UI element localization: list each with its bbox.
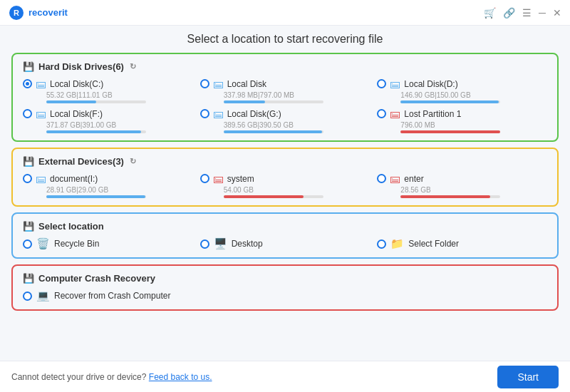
- app-logo: R: [9, 5, 24, 21]
- titlebar: R recoverit 🛒 🔗 ☰ ─ ✕: [0, 0, 570, 26]
- external-devices-header: 💾 External Devices(3) ↻: [23, 156, 547, 167]
- select-location-label: Select location: [38, 221, 104, 232]
- location-folder-radio[interactable]: [377, 239, 386, 249]
- drive-g-bar-fill: [224, 130, 323, 133]
- drive-enter-size: 28.56 GB: [400, 186, 547, 194]
- main-content: Select a location to start recovering fi…: [0, 26, 570, 361]
- drive-f: 🖴 Local Disk(F:) 371.87 GB|391.00 GB: [23, 108, 193, 133]
- drive-c-bar: [46, 100, 146, 103]
- hard-disk-header: 💾 Hard Disk Drives(6) ↻: [23, 61, 547, 72]
- drive-i-size: 28.91 GB|29.00 GB: [46, 186, 193, 194]
- start-button[interactable]: Start: [497, 366, 559, 388]
- crash-header-icon: 💾: [23, 273, 34, 284]
- drive-f-name: Local Disk(F:): [50, 109, 193, 119]
- drive-f-bar: [46, 130, 146, 133]
- drive-system-bar-fill: [224, 195, 304, 198]
- hdd-header-icon: 💾: [23, 61, 34, 72]
- drive-localdisk-icon: 🖴: [213, 78, 224, 90]
- location-folder: 📁 Select Folder: [377, 237, 547, 250]
- hard-disk-section: 💾 Hard Disk Drives(6) ↻ 🖴 Local Disk(C:)…: [11, 53, 559, 142]
- drive-i-bar-fill: [46, 195, 145, 198]
- drive-d-size: 146.90 GB|150.00 GB: [400, 91, 547, 99]
- footer-text-static: Cannot detect your drive or device?: [11, 372, 146, 382]
- titlebar-left: R recoverit: [9, 5, 68, 21]
- drive-g-bar: [224, 130, 323, 133]
- hard-disk-refresh-icon[interactable]: ↻: [130, 62, 136, 71]
- close-icon[interactable]: ✕: [553, 7, 561, 19]
- trash-icon: 🗑️: [36, 237, 50, 250]
- drive-system-size: 54.00 GB: [224, 186, 370, 194]
- link-icon[interactable]: 🔗: [503, 7, 515, 19]
- footer: Cannot detect your drive or device? Feed…: [0, 361, 570, 392]
- footer-message: Cannot detect your drive or device? Feed…: [11, 372, 212, 382]
- drive-localdisk-bar: [224, 100, 323, 103]
- menu-icon[interactable]: ☰: [522, 7, 532, 19]
- titlebar-right: 🛒 🔗 ☰ ─ ✕: [484, 7, 561, 19]
- drive-enter-bar: [400, 195, 500, 198]
- drive-d-icon: 🖴: [390, 78, 400, 90]
- folder-icon: 📁: [390, 237, 404, 250]
- crash-item: 💻 Recover from Crash Computer: [23, 289, 547, 302]
- drive-g: 🖴 Local Disk(G:) 389.56 GB|390.50 GB: [200, 108, 370, 133]
- crash-label: Computer Crash Recovery: [38, 273, 155, 284]
- select-location-header: 💾 Select location: [23, 221, 547, 232]
- drive-localdisk-bar-fill: [224, 100, 266, 103]
- drive-system-icon: 🖴: [213, 172, 224, 185]
- drive-localdisk-size: 337.98 MB|797.00 MB: [224, 91, 370, 99]
- drive-c: 🖴 Local Disk(C:) 55.32 GB|111.01 GB: [23, 78, 193, 103]
- drive-lost: 🖴 Lost Partition 1 796.00 MB: [377, 108, 547, 133]
- drive-g-radio[interactable]: [200, 109, 209, 118]
- drive-d-bar-fill: [400, 100, 498, 103]
- drive-enter: 🖴 enter 28.56 GB: [377, 172, 547, 198]
- select-location-section: 💾 Select location 🗑️ Recycle Bin 🖥️ Desk…: [11, 212, 559, 259]
- external-devices-section: 💾 External Devices(3) ↻ 🖴 document(I:) 2…: [11, 148, 559, 207]
- drive-d: 🖴 Local Disk(D:) 146.90 GB|150.00 GB: [377, 78, 547, 103]
- drive-system-radio[interactable]: [200, 174, 209, 183]
- drive-lost-radio[interactable]: [377, 109, 386, 118]
- external-label: External Devices(3): [38, 156, 124, 167]
- drive-d-radio[interactable]: [377, 79, 386, 88]
- drive-c-icon: 🖴: [36, 78, 46, 90]
- drive-lost-name: Lost Partition 1: [404, 109, 547, 119]
- drive-d-name: Local Disk(D:): [404, 79, 547, 89]
- drive-enter-radio[interactable]: [377, 174, 386, 183]
- location-desktop-radio[interactable]: [200, 239, 209, 249]
- drive-lost-bar: [400, 130, 500, 133]
- external-grid: 🖴 document(I:) 28.91 GB|29.00 GB 🖴 syste…: [23, 172, 547, 198]
- location-grid: 🗑️ Recycle Bin 🖥️ Desktop 📁 Select Folde…: [23, 237, 547, 250]
- drive-f-size: 371.87 GB|391.00 GB: [46, 121, 193, 129]
- hard-disk-label: Hard Disk Drives(6): [38, 61, 124, 72]
- drive-localdisk-radio[interactable]: [200, 79, 209, 88]
- drive-lost-bar-fill: [400, 130, 500, 133]
- drive-c-size: 55.32 GB|111.01 GB: [46, 91, 193, 99]
- page-title: Select a location to start recovering fi…: [11, 33, 559, 46]
- location-recycle: 🗑️ Recycle Bin: [23, 237, 193, 250]
- drive-i-bar: [46, 195, 146, 198]
- drive-enter-bar-fill: [400, 195, 490, 198]
- svg-text:R: R: [14, 9, 19, 17]
- location-recycle-name: Recycle Bin: [54, 239, 99, 249]
- drive-g-name: Local Disk(G:): [227, 109, 370, 119]
- hard-disk-grid: 🖴 Local Disk(C:) 55.32 GB|111.01 GB 🖴 Lo…: [23, 78, 547, 133]
- drive-lost-size: 796.00 MB: [400, 121, 547, 129]
- drive-c-name: Local Disk(C:): [50, 79, 193, 89]
- external-refresh-icon[interactable]: ↻: [130, 157, 136, 166]
- drive-g-size: 389.56 GB|390.50 GB: [224, 121, 370, 129]
- footer-link[interactable]: Feed back to us.: [149, 372, 212, 382]
- drive-i-icon: 🖴: [36, 172, 46, 185]
- drive-c-radio[interactable]: [23, 79, 32, 88]
- location-folder-name: Select Folder: [408, 239, 459, 249]
- drive-f-radio[interactable]: [23, 109, 32, 118]
- drive-f-icon: 🖴: [36, 108, 46, 120]
- minimize-icon[interactable]: ─: [539, 7, 546, 19]
- computer-icon: 💻: [36, 289, 50, 302]
- location-desktop: 🖥️ Desktop: [200, 237, 370, 250]
- drive-d-bar: [400, 100, 500, 103]
- location-desktop-name: Desktop: [232, 239, 263, 249]
- crash-radio[interactable]: [23, 292, 32, 301]
- crash-name: Recover from Crash Computer: [54, 291, 170, 301]
- location-recycle-radio[interactable]: [23, 239, 32, 249]
- cart-icon[interactable]: 🛒: [484, 7, 496, 19]
- drive-system-bar: [224, 195, 323, 198]
- drive-i-radio[interactable]: [23, 174, 32, 183]
